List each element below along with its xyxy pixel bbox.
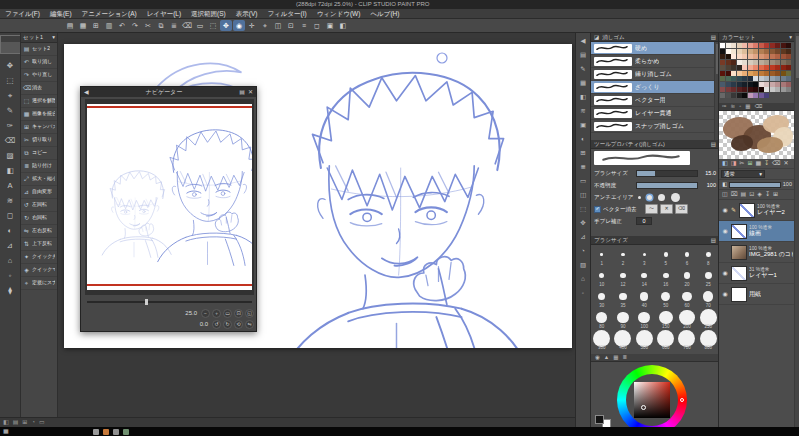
color-swatch[interactable]	[753, 43, 758, 48]
color-swatch[interactable]	[737, 54, 742, 59]
brush-size-cell[interactable]: 400	[612, 331, 633, 352]
zoom-button[interactable]: −	[201, 309, 210, 318]
color-swatch[interactable]	[775, 65, 780, 70]
color-swatch[interactable]	[737, 82, 742, 87]
color-swatch[interactable]	[764, 43, 769, 48]
tool-icon[interactable]: A	[4, 180, 17, 192]
aa-option-weak[interactable]	[647, 195, 652, 200]
brush-size-cell[interactable]: 12	[612, 268, 633, 289]
zoom-button[interactable]: ▭	[223, 309, 232, 318]
color-swatch[interactable]	[764, 76, 769, 81]
panel-toggle-icon[interactable]: ▣	[578, 120, 589, 130]
color-swatch[interactable]	[781, 87, 786, 92]
quick-access-item[interactable]: ↺ 左回転	[21, 199, 57, 212]
mixing-tool-icon[interactable]: ✑	[722, 103, 727, 109]
color-swatch[interactable]	[759, 60, 764, 65]
toolbar-icon[interactable]: ▦	[77, 20, 89, 31]
toolbar-icon[interactable]: ⧉	[155, 20, 167, 31]
color-swatch[interactable]	[731, 87, 736, 92]
color-swatch[interactable]	[786, 76, 791, 81]
color-swatch[interactable]	[720, 43, 725, 48]
menu-icon[interactable]: ▤	[711, 34, 716, 40]
saturation-value-square[interactable]	[634, 382, 670, 418]
color-swatch[interactable]	[720, 65, 725, 70]
quick-access-item[interactable]: ↻ 右回転	[21, 212, 57, 225]
subtool-item[interactable]: スナップ消しゴム	[591, 120, 719, 133]
color-swatch[interactable]	[786, 71, 791, 76]
layer-lock-icon[interactable]: ▤	[741, 191, 747, 198]
toolbar-icon[interactable]: ▭	[194, 20, 206, 31]
color-swatch[interactable]	[720, 71, 725, 76]
tool-property-header[interactable]: ツールプロパティ(消しゴム) ▤	[591, 140, 719, 149]
layer-row[interactable]: ◉ ✎ 100 %通常 レイヤー2	[719, 200, 795, 221]
color-swatch[interactable]	[753, 87, 758, 92]
color-panel-tab-icon[interactable]: ▦	[613, 354, 618, 360]
menu-item[interactable]: レイヤー(L)	[142, 10, 186, 17]
color-swatch[interactable]	[748, 60, 753, 65]
brush-size-cell[interactable]: 20	[676, 268, 697, 289]
quick-access-item[interactable]: ⧉ コピー	[21, 147, 57, 160]
color-swatch[interactable]	[770, 49, 775, 54]
toolbar-icon[interactable]: ✂	[142, 20, 154, 31]
mixing-tool-icon[interactable]: ▦	[745, 103, 750, 109]
toolbar-icon[interactable]: ↷	[129, 20, 141, 31]
brush-size-cell[interactable]: 300	[591, 331, 612, 352]
color-swatch[interactable]	[759, 87, 764, 92]
color-swatch[interactable]	[742, 65, 747, 70]
color-swatch[interactable]	[748, 65, 753, 70]
color-swatch[interactable]	[759, 43, 764, 48]
brush-size-cell[interactable]: 250	[698, 310, 719, 331]
color-swatch[interactable]	[748, 82, 753, 87]
quick-access-item[interactable]: ⊿ 自由変形	[21, 186, 57, 199]
tool-icon[interactable]: ⊿	[4, 240, 17, 252]
color-swatch[interactable]	[742, 43, 747, 48]
color-swatch[interactable]	[764, 82, 769, 87]
color-wheel[interactable]	[617, 365, 687, 427]
color-swatch[interactable]	[742, 60, 747, 65]
brush-size-cell[interactable]: 80	[591, 310, 612, 331]
navigator-window[interactable]: ◀ ナビゲーター ▤ ✕ 25.0 −＋▭⊡◱ 0.	[80, 86, 257, 332]
tool-icon[interactable]: ⌖	[4, 90, 17, 102]
color-swatch[interactable]	[786, 60, 791, 65]
panel-toggle-icon[interactable]: ⬚	[578, 204, 589, 214]
color-swatch[interactable]	[753, 49, 758, 54]
tool-icon[interactable]: ◦	[4, 270, 17, 282]
color-swatch[interactable]	[731, 93, 736, 98]
brush-size-cell[interactable]: 30	[591, 289, 612, 310]
color-swatch[interactable]	[737, 71, 742, 76]
color-mixing-area[interactable]	[719, 111, 795, 159]
color-swatch[interactable]	[781, 76, 786, 81]
quick-access-item[interactable]: ⇅ 上下反転	[21, 238, 57, 251]
color-swatch[interactable]	[759, 54, 764, 59]
quick-access-item[interactable]: ◈ クイックマスク	[21, 264, 57, 277]
color-swatch[interactable]	[781, 49, 786, 54]
color-swatch[interactable]	[770, 43, 775, 48]
brush-size-cell[interactable]: 10	[591, 268, 612, 289]
color-swatch[interactable]	[726, 60, 731, 65]
navigator-title-bar[interactable]: ◀ ナビゲーター ▤ ✕	[81, 87, 256, 97]
toolbar-icon[interactable]: ◧	[337, 20, 349, 31]
panel-toggle-icon[interactable]: ⊿	[578, 232, 589, 242]
brush-size-header[interactable]: ブラシサイズ ▤	[591, 236, 719, 245]
color-swatch[interactable]	[731, 60, 736, 65]
toolbar-icon[interactable]: ↶	[116, 20, 128, 31]
color-swatch[interactable]	[781, 60, 786, 65]
slider-handle[interactable]	[145, 299, 148, 305]
color-swatch[interactable]	[737, 87, 742, 92]
quick-access-item[interactable]: ⌫ 消去	[21, 82, 57, 95]
layer-visibility-eye-icon[interactable]: ◉	[721, 207, 729, 214]
color-swatch[interactable]	[737, 93, 742, 98]
panel-scrollbar[interactable]	[794, 33, 799, 427]
color-swatch[interactable]	[720, 76, 725, 81]
color-swatch[interactable]	[731, 71, 736, 76]
color-swatch[interactable]	[781, 65, 786, 70]
color-swatch[interactable]	[726, 82, 731, 87]
color-swatch[interactable]	[726, 87, 731, 92]
quick-access-item[interactable]: ⇋ 左右反転	[21, 225, 57, 238]
toolbar-icon[interactable]: ▣	[324, 20, 336, 31]
color-swatch[interactable]	[742, 76, 747, 81]
color-swatch[interactable]	[775, 82, 780, 87]
color-swatch[interactable]	[748, 76, 753, 81]
opacity-slider[interactable]	[636, 182, 698, 189]
toolbar-icon[interactable]: ≡	[298, 20, 310, 31]
